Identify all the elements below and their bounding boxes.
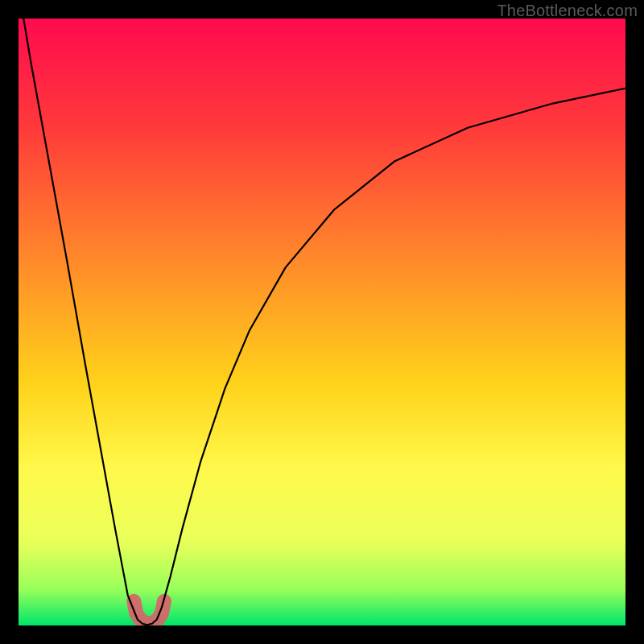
chart-frame: TheBottleneck.com xyxy=(0,0,644,644)
watermark-label: TheBottleneck.com xyxy=(497,2,638,20)
bottleneck-chart xyxy=(19,19,625,625)
